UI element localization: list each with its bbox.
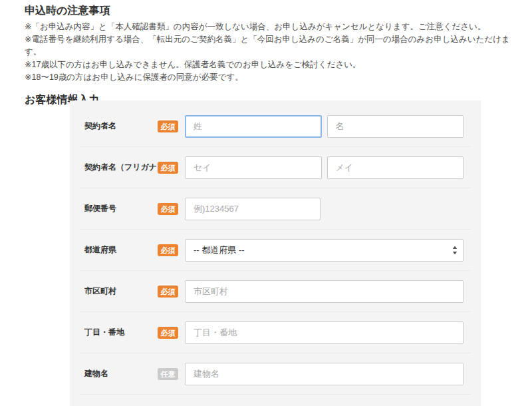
field-group — [185, 115, 471, 138]
prefecture-select[interactable]: -- 都道府県 -- — [185, 239, 464, 262]
form-row-prefecture: 都道府県 必須 -- 都道府県 -- — [80, 230, 471, 271]
field-label: 契約者名 — [80, 120, 158, 132]
required-badge: 必須 — [158, 244, 178, 256]
customer-info-panel: 契約者名 必須 契約者名（フリガナ） 必須 郵便番号 必須 都道府県 必須 — [70, 101, 481, 406]
first-name-input[interactable] — [327, 115, 464, 138]
optional-badge: 任意 — [158, 368, 178, 380]
field-label: 市区町村 — [80, 286, 158, 297]
form-row-postal-code: 郵便番号 必須 — [80, 188, 471, 230]
required-badge: 必須 — [158, 203, 178, 215]
form-row-city: 市区町村 必須 — [80, 271, 471, 312]
prefecture-select-wrap: -- 都道府県 -- — [185, 239, 464, 262]
notice-line: ※「お申込み内容」と「本人確認書類」の内容が一致しない場合、お申し込みがキャンセ… — [25, 21, 512, 33]
field-label: 都道府県 — [80, 244, 158, 256]
form-row-building-name: 建物名 任意 — [80, 353, 471, 395]
field-group — [185, 280, 471, 303]
field-label: 郵便番号 — [80, 203, 158, 214]
notice-line: ※17歳以下の方はお申し込みできません。保護者名義でのお申し込みをご検討ください… — [25, 59, 512, 71]
field-group — [185, 363, 471, 385]
field-label: 契約者名（フリガナ） — [80, 162, 158, 173]
field-label: 丁目・番地 — [80, 327, 158, 338]
notice-section-title: 申込時の注意事項 — [25, 4, 512, 17]
page-header-area: 申込時の注意事項 ※「お申込み内容」と「本人確認書類」の内容が一致しない場合、お… — [0, 0, 532, 106]
first-name-kana-input[interactable] — [327, 156, 464, 179]
field-group — [185, 198, 471, 220]
building-name-input[interactable] — [185, 363, 464, 385]
city-input[interactable] — [185, 280, 464, 303]
required-badge: 必須 — [158, 286, 178, 298]
notice-line: ※18〜19歳の方はお申し込みに保護者の同意が必要です。 — [25, 71, 512, 84]
application-form-page: 申込時の注意事項 ※「お申込み内容」と「本人確認書類」の内容が一致しない場合、お… — [0, 0, 532, 406]
form-row-contractor-name-kana: 契約者名（フリガナ） 必須 — [80, 147, 471, 188]
required-badge: 必須 — [158, 162, 178, 174]
postal-code-input[interactable] — [185, 198, 321, 220]
form-row-contractor-name: 契約者名 必須 — [80, 106, 471, 147]
street-address-input[interactable] — [185, 321, 464, 344]
required-badge: 必須 — [158, 120, 178, 132]
form-row-street: 丁目・番地 必須 — [80, 312, 471, 353]
notice-line: ※電話番号を継続利用する場合、「転出元のご契約名義」と「今回お申し込みのご名義」… — [25, 33, 512, 59]
field-group — [185, 321, 471, 344]
required-badge: 必須 — [158, 327, 178, 339]
field-label: 建物名 — [80, 368, 158, 379]
last-name-input[interactable] — [185, 115, 322, 138]
last-name-kana-input[interactable] — [185, 156, 322, 179]
field-group: -- 都道府県 -- — [185, 239, 471, 262]
field-group — [185, 156, 471, 179]
